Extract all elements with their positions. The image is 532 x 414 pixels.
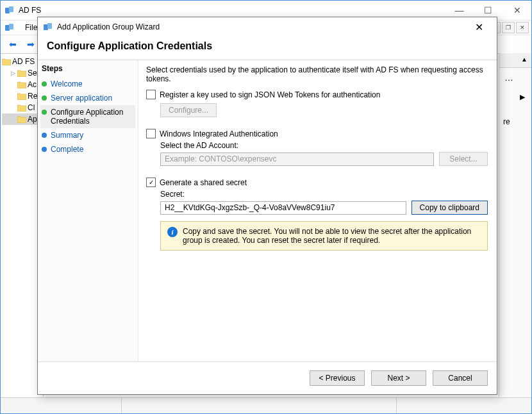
step-configure-credentials[interactable]: Configure Application Credentials <box>40 105 135 128</box>
tree-item[interactable]: Re <box>2 90 42 102</box>
secret-checkbox[interactable] <box>146 178 156 187</box>
info-icon: i <box>167 227 178 237</box>
copy-clipboard-button[interactable]: Copy to clipboard <box>411 201 488 215</box>
configure-button: Configure... <box>160 103 217 117</box>
copy-clipboard-label: Copy to clipboard <box>420 203 479 212</box>
tree-label: Se <box>28 69 37 78</box>
svg-rect-1 <box>9 6 13 12</box>
previous-button[interactable]: < Previous <box>310 370 365 386</box>
svg-rect-4 <box>44 24 48 30</box>
step-bullet-icon <box>42 95 47 101</box>
forward-arrow-icon: ➡ <box>27 39 35 49</box>
register-key-checkbox-row: Register a key used to sign JSON Web Tok… <box>146 90 488 99</box>
wia-account-input: Example: CONTOSO\expensevc <box>160 153 434 166</box>
mdi-restore-button[interactable]: ❐ <box>502 22 515 33</box>
tree-label: Cl <box>28 103 35 112</box>
next-button[interactable]: Next > <box>371 370 426 386</box>
register-key-checkbox[interactable] <box>146 90 156 99</box>
wia-placeholder: Example: CONTOSO\expensevc <box>165 154 277 163</box>
page-title: Configure Application Credentials <box>47 40 488 52</box>
wizard-icon <box>43 22 53 32</box>
select-account-button: Select... <box>439 152 488 166</box>
wia-account-label: Select the AD Account: <box>160 141 488 150</box>
wizard-titlebar[interactable]: Add Application Group Wizard ✕ <box>38 17 497 37</box>
step-complete[interactable]: Complete <box>40 142 135 156</box>
back-button[interactable]: ⬅ <box>4 37 21 51</box>
chevron-right-icon[interactable]: ▶ <box>520 93 525 101</box>
steps-title: Steps <box>40 63 135 77</box>
tree-root[interactable]: AD FS <box>2 56 42 67</box>
previous-label: < Previous <box>319 374 355 383</box>
tree-item[interactable]: ▷ Se <box>2 67 42 79</box>
step-server-application[interactable]: Server application <box>40 91 135 105</box>
step-label: Complete <box>51 145 83 154</box>
steps-pane: Steps Welcome Server application Configu… <box>38 60 138 361</box>
configure-button-label: Configure... <box>169 106 208 115</box>
more-icon[interactable]: … <box>504 72 514 83</box>
secret-value: H2__KVtdKGq-JxgzSzb-_Q-4-Vo8aVVew8C91iu7 <box>165 203 335 212</box>
wia-label: Windows Integrated Authentication <box>160 129 278 138</box>
tree-label: Ac <box>28 80 37 89</box>
step-label: Server application <box>51 94 112 103</box>
expand-icon[interactable]: ▷ <box>10 70 16 76</box>
secret-checkbox-row: Generate a shared secret <box>146 178 488 187</box>
wizard-footer: < Previous Next > Cancel <box>38 361 497 394</box>
adfs-icon <box>4 5 15 15</box>
step-welcome[interactable]: Welcome <box>40 77 135 91</box>
folder-icon <box>17 115 26 123</box>
cancel-label: Cancel <box>448 374 472 383</box>
svg-rect-0 <box>5 8 10 13</box>
adfs-icon <box>4 22 15 33</box>
tree-label: Ap <box>28 115 37 124</box>
cancel-button[interactable]: Cancel <box>433 370 488 386</box>
step-bullet-icon <box>42 133 47 138</box>
next-label: Next > <box>387 374 410 383</box>
tree-item[interactable]: Ac <box>2 79 42 90</box>
svg-rect-2 <box>5 25 10 31</box>
close-button[interactable]: ✕ <box>503 1 531 20</box>
step-bullet-icon <box>42 81 47 87</box>
status-cell <box>1 398 122 413</box>
secret-group: Secret: H2__KVtdKGq-JxgzSzb-_Q-4-Vo8aVVe… <box>160 190 488 251</box>
tree-item-selected[interactable]: Ap <box>2 113 42 125</box>
folder-icon <box>17 69 26 77</box>
collapse-icon[interactable]: ▲ <box>521 56 528 63</box>
wia-checkbox[interactable] <box>146 129 156 138</box>
mdi-close-button[interactable]: ✕ <box>516 22 529 33</box>
back-arrow-icon: ⬅ <box>9 39 17 49</box>
tree-item[interactable]: Cl <box>2 102 42 113</box>
folder-icon <box>17 104 26 112</box>
wia-group: Select the AD Account: Example: CONTOSO\… <box>160 141 488 166</box>
actions-link[interactable]: re <box>503 117 510 126</box>
actions-pane: ▲ … ▶ re <box>499 53 531 397</box>
wizard-body: Steps Welcome Server application Configu… <box>38 60 497 361</box>
step-summary[interactable]: Summary <box>40 128 135 142</box>
wizard-close-button[interactable]: ✕ <box>466 21 492 33</box>
secret-input[interactable]: H2__KVtdKGq-JxgzSzb-_Q-4-Vo8aVVew8C91iu7 <box>160 201 406 215</box>
folder-icon <box>17 92 26 100</box>
info-text: Copy and save the secret. You will not b… <box>183 227 481 245</box>
svg-rect-3 <box>9 24 13 29</box>
wizard-header: Configure Application Credentials <box>38 37 497 60</box>
step-bullet-icon <box>42 147 47 152</box>
svg-rect-5 <box>47 23 52 29</box>
step-bullet-icon <box>42 110 47 115</box>
secret-label: Generate a shared secret <box>160 178 247 187</box>
step-label: Welcome <box>51 79 83 88</box>
folder-icon <box>2 58 11 65</box>
status-cell <box>397 398 531 413</box>
wia-checkbox-row: Windows Integrated Authentication <box>146 129 488 138</box>
wizard-dialog: Add Application Group Wizard ✕ Configure… <box>37 17 497 395</box>
register-key-label: Register a key used to sign JSON Web Tok… <box>160 90 380 99</box>
secret-field-label: Secret: <box>160 190 488 199</box>
description-text: Select credentials used by the applicati… <box>146 65 488 83</box>
step-label: Configure Application Credentials <box>51 108 134 126</box>
content-pane: Select credentials used by the applicati… <box>138 60 497 361</box>
register-key-group: Configure... <box>160 103 488 117</box>
tree-label: Re <box>28 92 37 101</box>
status-cell <box>122 398 397 413</box>
step-label: Summary <box>51 131 83 140</box>
folder-icon <box>17 81 26 88</box>
tree-root-label: AD FS <box>12 57 35 66</box>
wizard-title: Add Application Group Wizard <box>57 22 466 31</box>
